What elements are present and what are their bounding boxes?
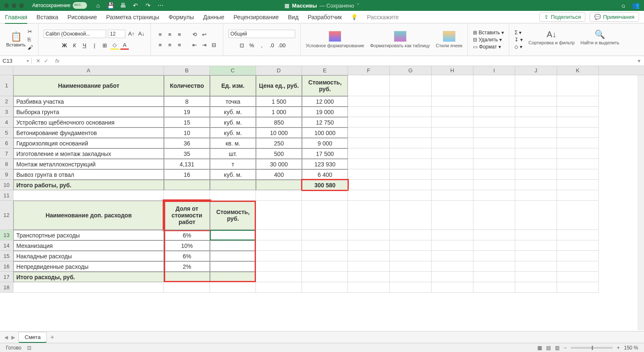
- cell[interactable]: куб. м.: [210, 169, 256, 180]
- cell[interactable]: [390, 272, 432, 282]
- cell-styles-button[interactable]: Стили ячеек: [436, 31, 462, 48]
- cell[interactable]: [473, 96, 515, 107]
- cell[interactable]: [432, 169, 473, 180]
- fill-icon[interactable]: ↧ ▾: [514, 37, 522, 43]
- redo-icon[interactable]: ↷: [145, 2, 151, 9]
- cell[interactable]: Итого расходы, руб.: [13, 272, 164, 282]
- cell[interactable]: [515, 272, 557, 282]
- row-header[interactable]: 13: [0, 230, 13, 240]
- cell[interactable]: [515, 282, 557, 293]
- cell[interactable]: [390, 190, 432, 201]
- cell[interactable]: [302, 272, 348, 282]
- cell[interactable]: куб. м.: [210, 117, 256, 128]
- cell[interactable]: [256, 190, 302, 201]
- cell[interactable]: Стоимость, руб.: [302, 75, 348, 96]
- cell[interactable]: [515, 201, 557, 230]
- cell[interactable]: Гидроизоляция оснований: [13, 138, 164, 148]
- cell[interactable]: Монтаж металлоконструкций: [13, 159, 164, 169]
- font-color-icon[interactable]: A: [120, 41, 129, 50]
- cell[interactable]: Стоимость, руб.: [210, 201, 256, 230]
- cell[interactable]: [302, 251, 348, 261]
- cell[interactable]: [432, 230, 473, 240]
- cell[interactable]: Ед. изм.: [210, 75, 256, 96]
- cell[interactable]: [210, 261, 256, 272]
- more-icon[interactable]: ⋯: [157, 2, 164, 9]
- zoom-level[interactable]: 150 %: [624, 345, 638, 351]
- cell[interactable]: 6%: [164, 251, 210, 261]
- cell[interactable]: [515, 240, 557, 251]
- cell[interactable]: 6%: [164, 230, 210, 240]
- cell[interactable]: 10 000: [256, 128, 302, 138]
- cell[interactable]: [348, 117, 390, 128]
- font-name-select[interactable]: Calibri (Основной...: [43, 30, 106, 38]
- cut-icon[interactable]: ✂: [28, 28, 33, 35]
- cell[interactable]: Непредвиденные расходы: [13, 261, 164, 272]
- cell[interactable]: [432, 148, 473, 159]
- cell[interactable]: Доля от стоимости работ: [164, 201, 210, 230]
- cell[interactable]: 19 000: [302, 107, 348, 117]
- cell[interactable]: Разбивка участка: [13, 96, 164, 107]
- cell[interactable]: [557, 272, 599, 282]
- undo-icon[interactable]: ↶: [132, 2, 139, 9]
- cell[interactable]: Наименование доп. расходов: [13, 201, 164, 230]
- cell[interactable]: [256, 272, 302, 282]
- align-right-icon[interactable]: ≡: [175, 41, 184, 49]
- currency-icon[interactable]: ⊡: [238, 41, 246, 50]
- cell[interactable]: [390, 138, 432, 148]
- cell[interactable]: [256, 240, 302, 251]
- indent-dec-icon[interactable]: ⇤: [190, 41, 199, 49]
- cell[interactable]: [557, 75, 599, 96]
- col-C[interactable]: C: [210, 66, 256, 75]
- cell[interactable]: Количество: [164, 75, 210, 96]
- cell[interactable]: [473, 148, 515, 159]
- tab-draw[interactable]: Рисование: [67, 14, 97, 20]
- cell[interactable]: [302, 261, 348, 272]
- cell[interactable]: [348, 169, 390, 180]
- col-B[interactable]: B: [164, 66, 210, 75]
- cell[interactable]: [515, 75, 557, 96]
- col-K[interactable]: K: [557, 66, 599, 75]
- clear-icon[interactable]: ◇ ▾: [514, 44, 522, 50]
- cell[interactable]: [515, 159, 557, 169]
- cell[interactable]: [515, 169, 557, 180]
- zoom-slider[interactable]: [571, 347, 613, 349]
- row-header[interactable]: 4: [0, 117, 13, 128]
- paste-button[interactable]: 📋 Вставить: [7, 31, 25, 48]
- cell[interactable]: [390, 107, 432, 117]
- cell[interactable]: [348, 159, 390, 169]
- align-left-icon[interactable]: ≡: [156, 41, 164, 49]
- col-I[interactable]: I: [473, 66, 515, 75]
- cell[interactable]: 100 000: [302, 128, 348, 138]
- cell[interactable]: [348, 272, 390, 282]
- insert-cells-button[interactable]: ⊞Вставить▾: [473, 30, 504, 36]
- view-normal-icon[interactable]: ▦: [537, 345, 542, 351]
- cell[interactable]: [473, 107, 515, 117]
- share-icon[interactable]: 👥: [632, 2, 640, 9]
- autosave-toggle[interactable]: [73, 2, 87, 9]
- col-J[interactable]: J: [515, 66, 557, 75]
- cell[interactable]: 17 500: [302, 148, 348, 159]
- cell[interactable]: [432, 261, 473, 272]
- cell[interactable]: [432, 190, 473, 201]
- cell[interactable]: [515, 261, 557, 272]
- cell[interactable]: [557, 251, 599, 261]
- cell[interactable]: Вывоз грунта в отвал: [13, 169, 164, 180]
- cell[interactable]: [432, 159, 473, 169]
- cell[interactable]: [557, 180, 599, 190]
- cell[interactable]: 30 000: [256, 159, 302, 169]
- cell[interactable]: [210, 230, 256, 240]
- cell[interactable]: [473, 190, 515, 201]
- cell[interactable]: [432, 180, 473, 190]
- cell[interactable]: [432, 117, 473, 128]
- cell[interactable]: [302, 282, 348, 293]
- cell[interactable]: [348, 128, 390, 138]
- row-header[interactable]: 2: [0, 96, 13, 107]
- number-format-select[interactable]: Общий: [228, 30, 295, 38]
- cell[interactable]: [515, 190, 557, 201]
- cell[interactable]: [390, 96, 432, 107]
- cell[interactable]: [515, 180, 557, 190]
- cell[interactable]: [473, 230, 515, 240]
- print-icon[interactable]: 🖶: [120, 2, 126, 9]
- tab-insert[interactable]: Вставка: [36, 14, 58, 20]
- cell[interactable]: [515, 230, 557, 240]
